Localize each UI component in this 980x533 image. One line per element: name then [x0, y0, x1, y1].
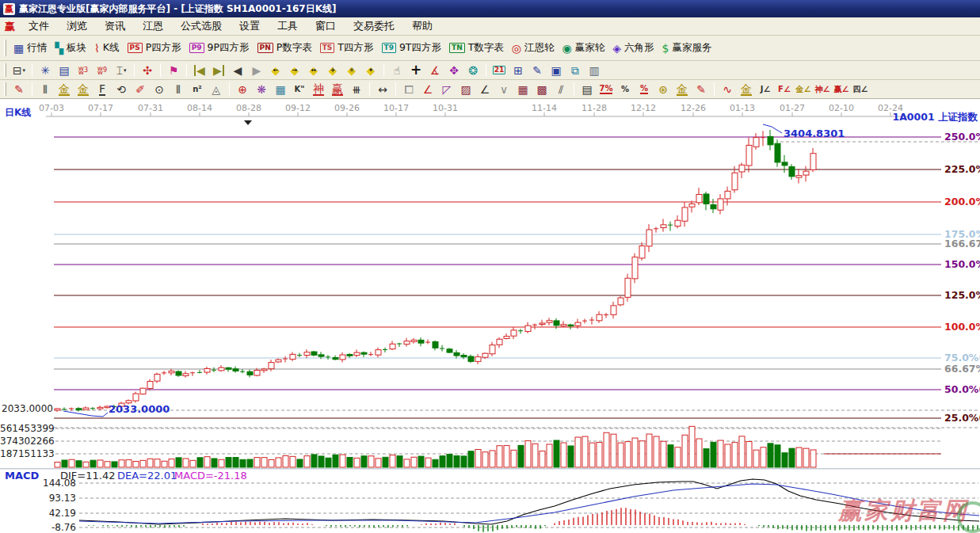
percent-calc-icon[interactable]: % [616, 82, 634, 97]
hexagon-button[interactable]: ◈六角形 [612, 41, 654, 55]
wave-ruler-icon[interactable]: ∿ [719, 82, 736, 97]
last-page-icon[interactable]: ▶ [210, 63, 227, 78]
workstation-icon[interactable]: ▥ [585, 63, 603, 78]
chart-canvas[interactable]: 07-0307-1707-3108-1408-2809-1209-2610-17… [0, 99, 980, 533]
gann-level-label: 150.0%(180) [944, 258, 980, 270]
menu-item-2[interactable]: 资讯 [96, 19, 134, 33]
gold-time-grid-2-icon[interactable]: 金 [74, 82, 92, 97]
menu-item-5[interactable]: 设置 [231, 19, 269, 33]
clock-cycle-icon[interactable]: ⊙ [151, 82, 168, 97]
menu-item-3[interactable]: 江恩 [134, 19, 172, 33]
gann-fan-icon[interactable]: ∠ [419, 82, 437, 97]
n-square-icon[interactable]: n² [189, 82, 206, 97]
zoom-out-x-icon[interactable]: ◆← [267, 63, 284, 78]
winner-wheel-button[interactable]: ◉赢家轮 [562, 41, 605, 55]
sectors-button[interactable]: ▚板块 [55, 41, 86, 55]
kline-button[interactable]: ⌇K线 [94, 41, 120, 55]
candle-style-icon[interactable]: ⌶▾ [112, 63, 130, 78]
pattern-overlay-icon[interactable]: ✣ [139, 63, 156, 78]
pan-mode-icon[interactable]: ◆✦ [362, 63, 379, 78]
p-number-table-button[interactable]: PNP数字表 [257, 41, 312, 55]
first-page-icon[interactable]: ◀ [191, 63, 208, 78]
square-web-icon[interactable]: ▦ [272, 82, 289, 97]
percent-line-icon[interactable]: % [635, 82, 653, 97]
gann-marker-icon[interactable]: ✥ [445, 63, 463, 78]
zoom-reset-icon[interactable]: ◆✳ [343, 63, 360, 78]
volume-colormap-icon[interactable]: ⚑ [165, 63, 182, 78]
k-quote-icon[interactable]: K" [291, 82, 308, 97]
t-number-table-button[interactable]: TNT数字表 [449, 41, 504, 55]
zigzag-wave-icon[interactable]: ∨ [495, 82, 513, 97]
price-grid-icon[interactable]: ▦ [514, 82, 532, 97]
width-measure-icon[interactable]: ↔ [374, 82, 391, 97]
four-angle-icon[interactable]: 四∠ [852, 82, 869, 97]
menu-item-1[interactable]: 浏览 [58, 19, 96, 33]
notepad-icon[interactable]: ✎ [528, 63, 546, 78]
zoom-all-overlay: + [325, 63, 341, 78]
next-screen-icon[interactable]: ▶ [248, 63, 265, 78]
wave-9-icon[interactable]: ʬ9 [93, 63, 111, 78]
j-angle-icon[interactable]: J∠ [757, 82, 774, 97]
stats-table-icon[interactable]: ▤ [578, 82, 596, 97]
mirror-angle-icon[interactable]: ◬ [208, 82, 225, 97]
zoom-all-icon[interactable]: ◆+ [324, 63, 341, 78]
9t-square-button[interactable]: T99T四方形 [382, 41, 442, 55]
calendar-icon[interactable]: 21 [490, 63, 508, 78]
measure-pencil-icon[interactable]: ✐ [132, 82, 149, 97]
angle-measure-icon[interactable]: ∡ [426, 63, 444, 78]
menu-item-4[interactable]: 公式选股 [172, 19, 231, 33]
ying-angle-icon[interactable]: 赢∠ [833, 82, 850, 97]
gann-wheel-button[interactable]: ◎江恩轮 [512, 41, 555, 55]
time-grid-icon[interactable]: ⫴ [36, 82, 54, 97]
menu-item-0[interactable]: 文件 [20, 19, 58, 33]
gold-angle-icon[interactable]: 金∠ [795, 82, 812, 97]
shen-angle-icon[interactable]: 神∠ [814, 82, 831, 97]
f10-info-icon[interactable]: ▤ [55, 63, 73, 78]
star-web-icon[interactable]: ❋ [253, 82, 270, 97]
gold-time-grid-icon[interactable]: 金 [55, 82, 73, 97]
t-square-button[interactable]: TST四方形 [320, 41, 374, 55]
fib-time-grid-icon[interactable]: F [93, 82, 111, 97]
shen-grid-icon[interactable]: 神 [310, 82, 327, 97]
gann-fan-square-icon[interactable]: ◸ [438, 82, 456, 97]
ying-grid-icon[interactable]: 赢 [329, 82, 346, 97]
save-icon[interactable]: ▣ [547, 63, 565, 78]
percent-zone-icon[interactable]: 7% [597, 82, 615, 97]
gann-target-icon[interactable]: ⊕ [234, 82, 251, 97]
menu-item-8[interactable]: 交易委托 [345, 19, 403, 33]
toolbar-separator [186, 63, 187, 76]
mark-pencil-icon[interactable]: ✎ [692, 82, 710, 97]
menu-item-7[interactable]: 窗口 [307, 19, 345, 33]
send-chart-icon[interactable]: ⧉ [566, 63, 584, 78]
gann-fan-grid-icon[interactable]: ▨ [457, 82, 475, 97]
quotes-button[interactable]: ▦行情 [13, 41, 47, 55]
smart-brain-icon[interactable]: ❂ [464, 63, 482, 78]
p-square-button[interactable]: PSP四方形 [128, 41, 181, 55]
spiral-cycle-icon[interactable]: ⟲ [112, 82, 130, 97]
parallel-rays-icon[interactable]: ⫽ [552, 82, 570, 97]
kline-layout-icon[interactable]: ⊟▾ [10, 63, 28, 78]
trend-ray-icon[interactable]: ∠ [476, 82, 494, 97]
pattern-overlay-glyph: ✣ [143, 65, 152, 76]
gold-wave-icon[interactable]: 金 [738, 82, 755, 97]
f-angle-icon[interactable]: F∠ [776, 82, 793, 97]
bar-count-icon[interactable]: ⫴ [170, 82, 187, 97]
gold-level-icon[interactable]: 金 [673, 82, 691, 97]
gann-frame-icon[interactable]: ⧠ [400, 82, 418, 97]
menu-item-6[interactable]: 工具 [269, 19, 307, 33]
wave-3-icon[interactable]: ʬ3 [74, 63, 92, 78]
crosshair-icon[interactable]: + [407, 63, 425, 78]
zoom-fit-x-icon[interactable]: ◆↔ [305, 63, 322, 78]
date-ruler-icon[interactable]: ⧻ [348, 82, 365, 97]
9p-square-button[interactable]: P99P四方形 [189, 41, 250, 55]
menu-item-9[interactable]: 帮助 [403, 19, 441, 33]
price-grid-9-icon[interactable]: ▩ [533, 82, 551, 97]
hand-drag-icon[interactable]: ☝ [388, 63, 406, 78]
zoom-in-x-icon[interactable]: ◆→ [286, 63, 303, 78]
winner-service-button[interactable]: $赢家服务 [662, 41, 712, 55]
pattern-recognize-icon[interactable]: ✳ [36, 63, 54, 78]
calculator-icon[interactable]: ⊞ [509, 63, 527, 78]
prev-screen-icon[interactable]: ◀ [229, 63, 246, 78]
draw-pencil-icon[interactable]: ✎ [10, 82, 28, 97]
gold-circle-icon[interactable]: ⊛ [654, 82, 672, 97]
